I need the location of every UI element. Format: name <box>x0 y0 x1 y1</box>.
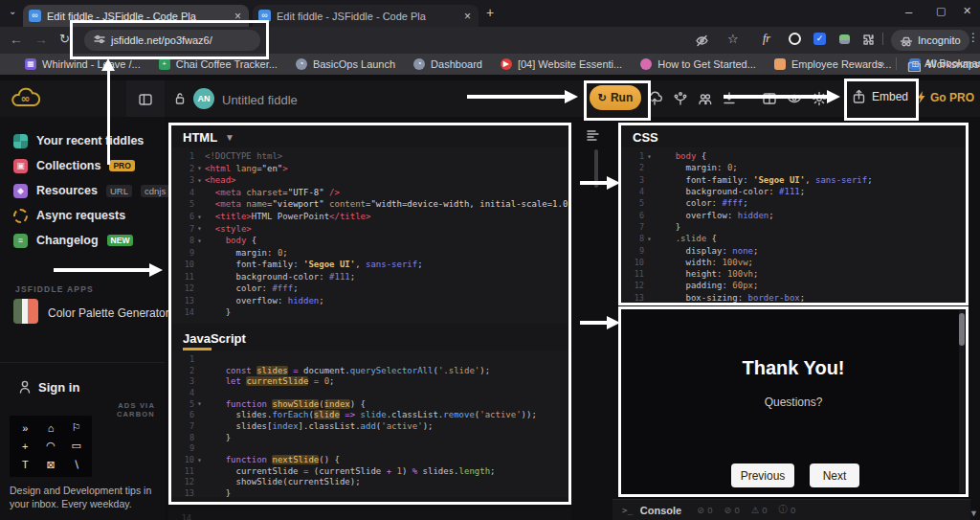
import-icon[interactable] <box>722 91 737 106</box>
result-scrollbar-thumb[interactable] <box>959 313 965 346</box>
js-editor[interactable]: 12 const slides = document.querySelector… <box>171 350 568 497</box>
css-editor[interactable]: 1▾ body {2 margin: 0;3 font-family: 'Seg… <box>621 147 966 305</box>
browser-tab[interactable]: ∞Edit fiddle - JSFiddle - Code Pla× <box>253 5 479 27</box>
console-counter[interactable]: ⊘0 <box>724 504 740 516</box>
css-panel-title: CSS <box>633 130 658 145</box>
console-counter[interactable]: ⚠0 <box>751 504 768 516</box>
code-line: 5▾ function showSlide(index) { <box>171 398 568 410</box>
bookmark-item[interactable]: How to Get Started... <box>640 58 756 70</box>
bookmark-item[interactable]: Employee Rewards... <box>774 58 892 70</box>
extension-check-icon[interactable]: ✓ <box>813 33 826 45</box>
bookmark-item[interactable]: ◔BasicOps Launch <box>296 58 395 70</box>
fold-marker-icon[interactable]: ▾ <box>194 224 205 233</box>
collaborate-icon[interactable] <box>698 91 713 106</box>
screen: ⌄ ∞Edit fiddle - JSFiddle - Code Pla×∞Ed… <box>0 0 980 520</box>
console-bar[interactable]: >_ Console ⊘0⊘0⚠0ⓘ0 <box>612 499 970 520</box>
bookmark-star-icon[interactable]: ☆ <box>727 32 739 46</box>
result-scrollbar[interactable] <box>959 310 965 493</box>
all-bookmarks-label[interactable]: All Bookmarks <box>924 57 980 69</box>
sidebar-item-async[interactable]: Async requests <box>0 203 165 228</box>
window-close-button[interactable]: ✕ <box>963 6 971 16</box>
forward-icon[interactable]: → <box>34 32 48 47</box>
code-line: 6 slides.forEach(slide => slide.classLis… <box>171 409 568 420</box>
bookmark-item[interactable]: ◔Dashboard <box>413 58 482 70</box>
layout-icon[interactable] <box>762 91 777 106</box>
bookmarks-overflow-icon[interactable]: » <box>879 57 884 69</box>
css-panel-header: CSS <box>621 125 966 147</box>
bookmark-item[interactable]: ▦Whirlwind - Leave /... <box>25 58 141 70</box>
html-editor[interactable]: 1<!DOCTYPE html>2▾<html lang="en">3▾<hea… <box>171 147 568 324</box>
tab-close-icon[interactable]: × <box>233 10 243 23</box>
preview-icon[interactable] <box>787 91 802 106</box>
bolt-icon <box>915 90 926 104</box>
annotation-arrow-css-head <box>607 176 620 190</box>
async-icon <box>13 209 28 223</box>
window-maximize-button[interactable]: ▢ <box>936 6 946 16</box>
sidebar-item-resources[interactable]: ◆ResourcesURLcdnjs <box>0 178 165 203</box>
code-line: 5 color: #fff; <box>621 197 966 209</box>
sidebar-app-color-palette-generator[interactable]: Color Palette Generator <box>48 306 169 320</box>
color-palette-generator-icon[interactable] <box>13 299 38 324</box>
settings-icon[interactable] <box>812 91 827 106</box>
fold-marker-icon[interactable]: ▾ <box>194 456 205 464</box>
browser-tab[interactable]: ∞Edit fiddle - JSFiddle - Code Pla× <box>23 5 249 27</box>
fold-marker-icon[interactable]: ▾ <box>194 176 205 185</box>
extensions-puzzle-icon[interactable] <box>861 33 875 50</box>
window-minimize-button[interactable]: – <box>905 6 912 18</box>
address-bar[interactable]: jsfiddle.net/po3fwaz6/ <box>84 30 260 51</box>
code-line: 13 overflow: hidden; <box>171 295 568 307</box>
password-eye-off-icon[interactable] <box>695 34 709 51</box>
fold-marker-icon[interactable]: ▾ <box>644 235 655 243</box>
code-line: 9 <box>171 443 568 455</box>
extension-green-icon[interactable] <box>839 34 850 44</box>
code-line: 8▾ body { <box>171 235 568 247</box>
scroll-down-icon[interactable]: ▼ <box>969 509 978 518</box>
console-counter[interactable]: ⊘0 <box>697 504 712 516</box>
bookmark-item[interactable]: ▶[04] Website Essenti... <box>501 58 622 70</box>
new-tab-button[interactable]: + <box>486 6 494 19</box>
cloud-save-icon[interactable] <box>647 91 662 106</box>
sign-in-button[interactable]: Sign in <box>38 380 79 395</box>
run-button[interactable]: ↻ Run <box>590 85 641 110</box>
back-icon[interactable]: ← <box>10 32 23 47</box>
carbon-ad-text[interactable]: Design and Development tips in your inbo… <box>10 484 157 510</box>
jsfiddle-logo-icon[interactable]: ∞ <box>10 85 44 114</box>
embed-label: Embed <box>872 90 908 103</box>
bookmark-item[interactable]: +Chai Coffee Tracker... <box>159 58 278 70</box>
js-panel-title: JavaScript <box>183 331 246 346</box>
fold-marker-icon[interactable]: ▾ <box>644 152 655 161</box>
code-line: 11 height: 100vh; <box>621 268 966 280</box>
console-counter[interactable]: ⓘ0 <box>779 504 796 516</box>
avatar[interactable]: AN <box>193 88 214 109</box>
privacy-lock-icon[interactable] <box>172 91 188 110</box>
tab-close-icon[interactable]: × <box>462 10 473 23</box>
panel-toggle-icon[interactable] <box>138 92 153 111</box>
sidebar-item-collections[interactable]: ▣CollectionsPRO <box>0 153 165 178</box>
fold-marker-icon[interactable]: ▾ <box>194 164 205 172</box>
code-text: const slides = document.querySelectorAll… <box>205 366 568 375</box>
url-text[interactable]: jsfiddle.net/po3fwaz6/ <box>111 34 212 46</box>
site-settings-icon[interactable] <box>94 32 105 49</box>
previous-button[interactable]: Previous <box>731 463 794 487</box>
kebab-menu-icon[interactable]: ⋮ <box>968 31 979 44</box>
go-pro-button[interactable]: Go PRO <box>915 90 974 104</box>
fold-marker-icon[interactable]: ▾ <box>194 237 205 245</box>
fold-marker-icon[interactable]: ▾ <box>194 213 205 221</box>
extension-ring-icon[interactable] <box>789 33 801 45</box>
fiddle-title[interactable]: Untitled fiddle <box>222 93 298 107</box>
chevron-down-icon[interactable]: ▼ <box>225 132 234 143</box>
ads-via-carbon-label[interactable]: ADS VIA CARBON <box>92 401 155 418</box>
html-panel-title: HTML <box>183 130 217 145</box>
recent-icon <box>13 134 28 148</box>
reload-icon[interactable]: ↻ <box>59 32 70 46</box>
fork-icon[interactable] <box>673 91 688 106</box>
embed-button[interactable]: Embed <box>852 89 908 104</box>
tidy-code-icon[interactable] <box>586 128 599 146</box>
fold-marker-icon[interactable]: ▾ <box>194 399 205 408</box>
sidebar-item-changelog[interactable]: ≡ChangelogNEW <box>0 228 165 253</box>
tab-search-icon[interactable]: ⌄ <box>9 7 16 16</box>
extension-fr-icon[interactable]: fr <box>763 32 770 46</box>
next-button[interactable]: Next <box>810 463 859 487</box>
carbon-ad-image[interactable]: »⌂⚐+◠▭T⊠∖ <box>10 416 92 477</box>
sidebar-item-recent[interactable]: Your recent fiddles <box>0 128 165 153</box>
